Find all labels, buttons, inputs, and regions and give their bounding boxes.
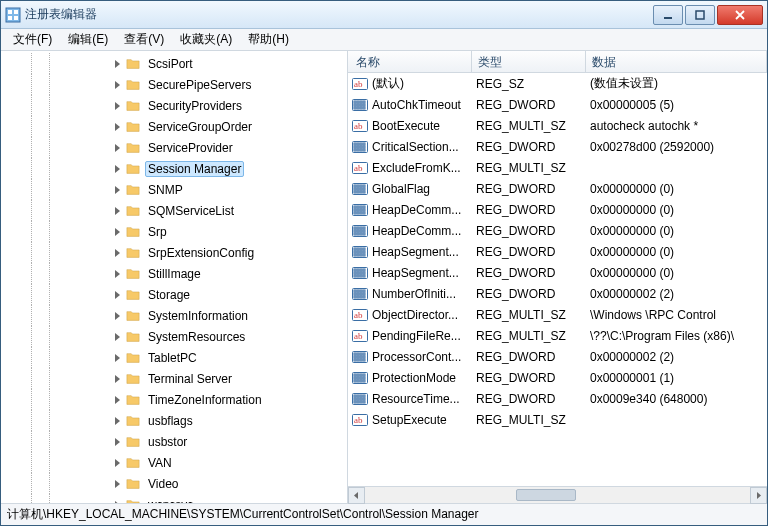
value-row[interactable]: HeapSegment...REG_DWORD0x00000000 (0)	[348, 262, 767, 283]
expander-icon[interactable]	[111, 310, 123, 322]
value-row[interactable]: AutoChkTimeoutREG_DWORD0x00000005 (5)	[348, 94, 767, 115]
tree-item[interactable]: SystemInformation	[1, 305, 347, 326]
value-type: REG_MULTI_SZ	[476, 308, 590, 322]
tree-item[interactable]: Video	[1, 473, 347, 494]
tree-item-label: SQMServiceList	[145, 203, 237, 219]
value-row[interactable]: HeapDeComm...REG_DWORD0x00000000 (0)	[348, 220, 767, 241]
tree-item[interactable]: wcncsvc	[1, 494, 347, 503]
tree-item[interactable]: SecurityProviders	[1, 95, 347, 116]
column-name[interactable]: 名称	[348, 51, 472, 72]
tree-item[interactable]: SecurePipeServers	[1, 74, 347, 95]
menu-file[interactable]: 文件(F)	[5, 29, 60, 50]
binary-value-icon	[352, 244, 368, 260]
tree-item[interactable]: Srp	[1, 221, 347, 242]
expander-icon[interactable]	[111, 58, 123, 70]
expander-icon[interactable]	[111, 352, 123, 364]
scroll-right-arrow[interactable]	[750, 487, 767, 504]
expander-icon[interactable]	[111, 142, 123, 154]
value-data: autocheck autochk *	[590, 119, 767, 133]
value-row[interactable]: HeapSegment...REG_DWORD0x00000000 (0)	[348, 241, 767, 262]
tree-item[interactable]: ScsiPort	[1, 53, 347, 74]
tree-item[interactable]: Terminal Server	[1, 368, 347, 389]
value-row[interactable]: ProtectionModeREG_DWORD0x00000001 (1)	[348, 367, 767, 388]
tree-item[interactable]: StillImage	[1, 263, 347, 284]
tree-item[interactable]: SQMServiceList	[1, 200, 347, 221]
tree-item-label: SrpExtensionConfig	[145, 245, 257, 261]
expander-icon[interactable]	[111, 205, 123, 217]
value-name: HeapSegment...	[372, 245, 476, 259]
close-button[interactable]	[717, 5, 763, 25]
list-body[interactable]: (默认)REG_SZ(数值未设置)AutoChkTimeoutREG_DWORD…	[348, 73, 767, 486]
value-row[interactable]: HeapDeComm...REG_DWORD0x00000000 (0)	[348, 199, 767, 220]
tree-item[interactable]: TimeZoneInformation	[1, 389, 347, 410]
folder-icon	[125, 435, 141, 449]
tree-item[interactable]: ServiceGroupOrder	[1, 116, 347, 137]
binary-value-icon	[352, 97, 368, 113]
expander-icon[interactable]	[111, 226, 123, 238]
expander-icon[interactable]	[111, 373, 123, 385]
expander-icon[interactable]	[111, 163, 123, 175]
binary-value-icon	[352, 223, 368, 239]
folder-icon	[125, 183, 141, 197]
menu-help[interactable]: 帮助(H)	[240, 29, 297, 50]
value-name: ExcludeFromK...	[372, 161, 476, 175]
value-row[interactable]: ExcludeFromK...REG_MULTI_SZ	[348, 157, 767, 178]
tree-item[interactable]: usbflags	[1, 410, 347, 431]
value-row[interactable]: BootExecuteREG_MULTI_SZautocheck autochk…	[348, 115, 767, 136]
tree-item[interactable]: Storage	[1, 284, 347, 305]
value-row[interactable]: GlobalFlagREG_DWORD0x00000000 (0)	[348, 178, 767, 199]
expander-icon[interactable]	[111, 121, 123, 133]
tree-item-label: Session Manager	[145, 161, 244, 177]
tree-pane[interactable]: ScsiPortSecurePipeServersSecurityProvide…	[1, 51, 348, 503]
maximize-button[interactable]	[685, 5, 715, 25]
value-data: 0x00000002 (2)	[590, 350, 767, 364]
expander-icon[interactable]	[111, 100, 123, 112]
tree-item[interactable]: SNMP	[1, 179, 347, 200]
tree-item[interactable]: SystemResources	[1, 326, 347, 347]
value-row[interactable]: ProcessorCont...REG_DWORD0x00000002 (2)	[348, 346, 767, 367]
value-row[interactable]: NumberOfIniti...REG_DWORD0x00000002 (2)	[348, 283, 767, 304]
titlebar[interactable]: 注册表编辑器	[1, 1, 767, 29]
expander-icon[interactable]	[111, 478, 123, 490]
expander-icon[interactable]	[111, 184, 123, 196]
expander-icon[interactable]	[111, 247, 123, 259]
value-row[interactable]: PendingFileRe...REG_MULTI_SZ\??\C:\Progr…	[348, 325, 767, 346]
expander-icon[interactable]	[111, 436, 123, 448]
svg-rect-21	[696, 11, 704, 19]
menu-edit[interactable]: 编辑(E)	[60, 29, 116, 50]
column-data[interactable]: 数据	[586, 51, 767, 72]
value-type: REG_DWORD	[476, 203, 590, 217]
tree-item[interactable]: VAN	[1, 452, 347, 473]
horizontal-scrollbar[interactable]	[348, 486, 767, 503]
expander-icon[interactable]	[111, 415, 123, 427]
value-type: REG_MULTI_SZ	[476, 329, 590, 343]
value-row[interactable]: ObjectDirector...REG_MULTI_SZ\Windows \R…	[348, 304, 767, 325]
value-row[interactable]: (默认)REG_SZ(数值未设置)	[348, 73, 767, 94]
minimize-button[interactable]	[653, 5, 683, 25]
expander-icon[interactable]	[111, 394, 123, 406]
expander-icon[interactable]	[111, 331, 123, 343]
tree-item[interactable]: usbstor	[1, 431, 347, 452]
tree-item[interactable]: ServiceProvider	[1, 137, 347, 158]
tree-item[interactable]: SrpExtensionConfig	[1, 242, 347, 263]
expander-icon[interactable]	[111, 457, 123, 469]
value-name: NumberOfIniti...	[372, 287, 476, 301]
expander-icon[interactable]	[111, 79, 123, 91]
menu-view[interactable]: 查看(V)	[116, 29, 172, 50]
tree-item-label: VAN	[145, 455, 175, 471]
regedit-window: 注册表编辑器 文件(F) 编辑(E) 查看(V) 收藏夹(A) 帮助(H) Sc…	[0, 0, 768, 526]
menu-favorites[interactable]: 收藏夹(A)	[172, 29, 240, 50]
folder-icon	[125, 78, 141, 92]
tree-item[interactable]: Session Manager	[1, 158, 347, 179]
value-row[interactable]: SetupExecuteREG_MULTI_SZ	[348, 409, 767, 430]
value-row[interactable]: CriticalSection...REG_DWORD0x00278d00 (2…	[348, 136, 767, 157]
column-type[interactable]: 类型	[472, 51, 586, 72]
value-data: \Windows \RPC Control	[590, 308, 767, 322]
scroll-thumb[interactable]	[516, 489, 576, 501]
value-row[interactable]: ResourceTime...REG_DWORD0x0009e340 (6480…	[348, 388, 767, 409]
expander-icon[interactable]	[111, 289, 123, 301]
folder-icon	[125, 120, 141, 134]
expander-icon[interactable]	[111, 268, 123, 280]
tree-item[interactable]: TabletPC	[1, 347, 347, 368]
scroll-left-arrow[interactable]	[348, 487, 365, 504]
